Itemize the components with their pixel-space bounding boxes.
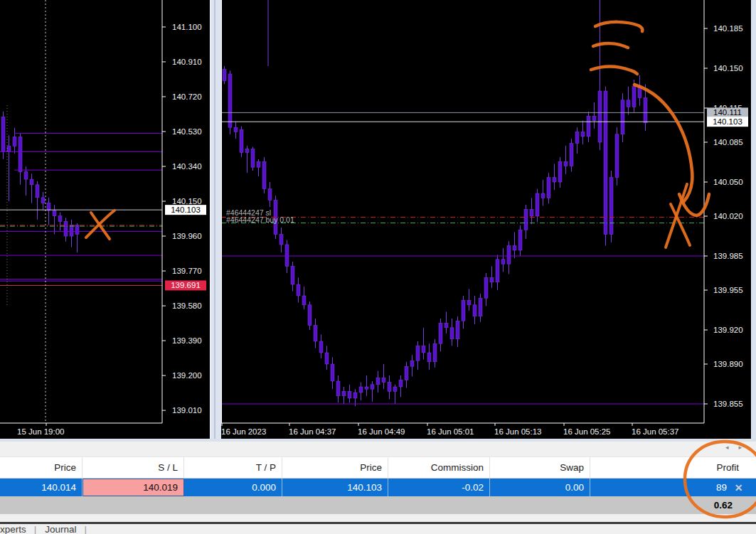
candle-body	[319, 341, 323, 353]
close-position-icon[interactable]: ✕	[727, 482, 750, 493]
column-header-sl: S / L	[82, 457, 184, 478]
candle-body	[234, 127, 238, 132]
price-tick-label: 139.010	[172, 406, 202, 415]
candle-body	[575, 132, 579, 144]
price-tick-label: 139.390	[172, 336, 202, 345]
time-tick-label: 16 Jun 2023	[221, 427, 266, 436]
candle-body	[410, 361, 414, 366]
candle-body	[41, 198, 45, 203]
candle-body	[1, 117, 5, 151]
candle-body	[257, 161, 260, 167]
window-right-edge	[751, 0, 756, 439]
position-current-price[interactable]: 140.103	[282, 479, 388, 496]
price-tick-label: 139.985	[713, 252, 743, 260]
candle-body	[353, 393, 357, 398]
left-chart-canvas[interactable]: 141.100140.910140.720140.530140.340140.1…	[0, 0, 210, 439]
time-tick-label: 16 Jun 04:37	[289, 427, 336, 436]
candle-body	[450, 328, 454, 339]
candle-body	[13, 137, 16, 146]
tab-journal[interactable]: Journal	[45, 524, 76, 534]
candle-body	[399, 380, 403, 387]
column-header-profit: Profit	[590, 457, 756, 478]
price-tick-label: 140.050	[713, 178, 743, 186]
candle-body	[598, 91, 602, 142]
candle-body	[245, 149, 249, 153]
candle-body	[547, 178, 550, 198]
candle-body	[587, 116, 590, 137]
candle-body	[558, 161, 562, 182]
position-tp-value[interactable]: 0.000	[184, 479, 282, 496]
candle-body	[621, 100, 624, 134]
candle-body	[393, 387, 397, 391]
column-header-tp: T / P	[184, 457, 282, 478]
panel-bottom-strip	[0, 514, 756, 522]
candle-body	[592, 116, 596, 120]
candle-body	[348, 391, 351, 398]
price-marker-label: 140.103	[171, 205, 201, 214]
scroll-left-icon[interactable]: ◂	[725, 444, 739, 451]
candle-body	[479, 298, 482, 316]
candle-body	[325, 353, 329, 364]
candle-body	[268, 189, 272, 201]
position-profit-value: 89	[590, 482, 727, 493]
candle-body	[496, 260, 499, 282]
time-tick-label: 15 Jun 19:00	[17, 427, 65, 436]
candle-body	[638, 87, 641, 98]
position-open-price[interactable]: 140.014	[0, 479, 82, 496]
order-line-label: #46444247 buy 0.01	[226, 215, 294, 224]
position-profit-cell: 89 ✕	[590, 479, 756, 496]
price-tick-label: 139.580	[172, 301, 202, 310]
candle-body	[627, 100, 630, 107]
price-marker-label: 140.111	[713, 108, 742, 117]
candle-body	[302, 296, 306, 305]
price-tick-label: 140.720	[172, 92, 202, 101]
header-scroll-arrows[interactable]: ◂▸	[725, 444, 752, 451]
candle-body	[422, 346, 425, 353]
candle-body	[314, 326, 317, 341]
scroll-right-icon[interactable]: ▸	[738, 444, 752, 451]
column-header-price: Price	[0, 457, 82, 478]
price-tick-label: 140.185	[713, 24, 743, 33]
candle-body	[53, 210, 56, 216]
time-tick-label: 16 Jun 05:13	[494, 427, 542, 436]
candle-body	[30, 179, 33, 185]
tab-separator: |	[85, 524, 87, 534]
candle-body	[536, 193, 539, 216]
price-marker-label: 140.103	[713, 117, 742, 126]
panel-top-strip: ◂▸	[0, 442, 756, 456]
price-tick-label: 141.100	[172, 23, 202, 31]
tab-experts[interactable]: xperts	[0, 524, 26, 534]
price-tick-label: 140.150	[172, 197, 202, 205]
candle-body	[456, 321, 459, 339]
position-sl-value[interactable]: 140.019	[82, 479, 184, 496]
candle-body	[484, 277, 488, 298]
candle-body	[58, 216, 62, 222]
right-chart-window[interactable]: 140.185140.150140.115140.085140.050140.0…	[221, 0, 756, 439]
candle-body	[342, 391, 346, 395]
candle-body	[427, 353, 431, 362]
toolbox-tab-bar: xperts|Journal|	[0, 524, 756, 534]
tab-separator: |	[34, 524, 37, 534]
price-tick-label: 140.020	[713, 212, 743, 220]
candle-body	[36, 185, 39, 198]
candle-body	[7, 146, 11, 152]
position-commission[interactable]: -0.02	[388, 479, 490, 496]
candle-body	[47, 203, 50, 210]
right-chart-canvas[interactable]: 140.185140.150140.115140.085140.050140.0…	[221, 0, 756, 439]
candle-body	[564, 161, 568, 166]
candle-body	[336, 381, 340, 396]
candle-body	[609, 178, 613, 235]
position-swap[interactable]: 0.00	[490, 479, 590, 496]
candle-body	[359, 387, 363, 393]
candle-body	[251, 149, 255, 168]
candle-body	[416, 346, 420, 361]
candle-body	[581, 132, 585, 137]
candle-body	[507, 246, 511, 265]
open-position-row[interactable]: 140.014 140.019 0.000 140.103 -0.02 0.00…	[0, 479, 756, 496]
candle-body	[524, 209, 528, 230]
candle-body	[405, 366, 408, 380]
price-tick-label: 140.910	[172, 58, 202, 66]
left-chart-window[interactable]: 141.100140.910140.720140.530140.340140.1…	[0, 0, 210, 439]
price-tick-label: 139.920	[713, 326, 743, 334]
candle-body	[331, 364, 334, 381]
